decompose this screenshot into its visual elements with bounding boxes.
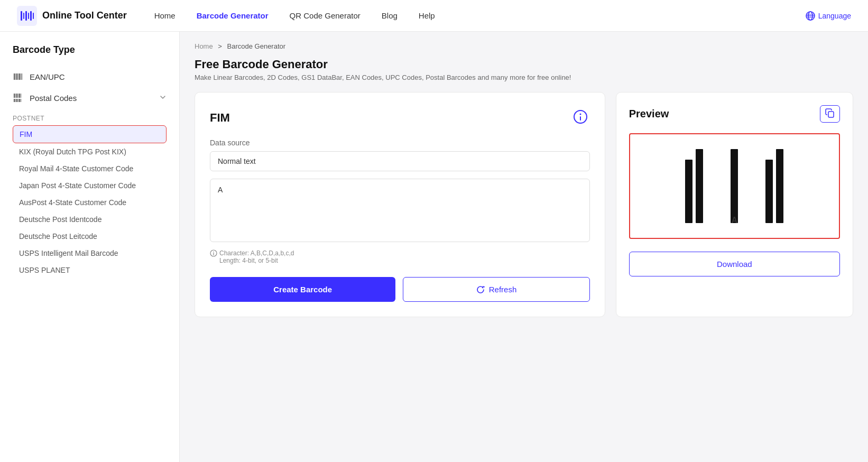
sidebar-item-ean-upc-label: EAN/UPC (30, 72, 65, 81)
left-panel: FIM Data source Normal text A (195, 92, 605, 317)
svg-rect-22 (15, 99, 16, 102)
breadcrumb: Home > Barcode Generator (195, 42, 853, 50)
svg-rect-15 (18, 73, 19, 80)
svg-rect-26 (18, 99, 19, 102)
bar-group-left (685, 149, 703, 223)
bar (776, 149, 783, 223)
svg-rect-36 (213, 253, 214, 255)
info-small-icon (210, 250, 217, 257)
copy-icon (825, 108, 835, 118)
language-label: Language (818, 12, 851, 20)
sidebar-item-ean-upc[interactable]: EAN/UPC (0, 66, 179, 87)
sidebar-sub-label: POSTNET (13, 113, 167, 125)
svg-rect-23 (16, 94, 17, 98)
logo[interactable]: Online Tool Center (17, 6, 127, 26)
svg-rect-19 (14, 94, 15, 98)
navbar: Online Tool Center Home Barcode Generato… (0, 0, 868, 32)
main-layout: Barcode Type EAN/UPC (0, 32, 868, 462)
svg-rect-13 (15, 73, 16, 80)
info-circle-icon (573, 109, 588, 124)
barcode-icon (13, 71, 23, 82)
svg-rect-17 (21, 73, 21, 80)
nav-home[interactable]: Home (152, 11, 178, 20)
data-source-select[interactable]: Normal text (210, 151, 590, 171)
refresh-label: Refresh (489, 285, 517, 294)
svg-rect-20 (14, 99, 15, 102)
sidebar-item-japan-post[interactable]: Japan Post 4-State Customer Code (13, 177, 167, 194)
left-panel-title: FIM (210, 111, 230, 125)
chevron-down-icon (159, 94, 167, 103)
bar (765, 160, 773, 223)
svg-point-35 (213, 252, 214, 253)
sidebar-item-fim[interactable]: FIM (13, 125, 167, 143)
breadcrumb-separator: > (218, 42, 222, 50)
refresh-icon (476, 285, 485, 294)
bar (685, 160, 692, 223)
language-selector[interactable]: Language (806, 11, 851, 21)
sidebar-item-usps-intelligent[interactable]: USPS Intelligent Mail Barcode (13, 245, 167, 262)
svg-rect-2 (23, 13, 24, 19)
content-area: Home > Barcode Generator Free Barcode Ge… (180, 32, 868, 462)
page-title: Free Barcode Generator (195, 58, 853, 71)
svg-rect-27 (19, 94, 20, 98)
right-panel: Preview (616, 92, 853, 317)
hint-line1: Character: A,B,C,D,a,b,c,d (219, 250, 294, 257)
svg-rect-30 (21, 99, 21, 102)
preview-box: A (629, 133, 840, 239)
svg-rect-33 (580, 116, 581, 121)
svg-rect-21 (15, 94, 16, 98)
left-panel-header: FIM (210, 107, 590, 128)
nav-barcode-generator[interactable]: Barcode Generator (195, 11, 271, 20)
svg-rect-4 (28, 13, 29, 19)
data-source-label: Data source (210, 138, 590, 147)
barcode-visual (685, 149, 783, 223)
hint-line2: Length: 4-bit, or 5-bit (219, 257, 294, 264)
sidebar-item-postal-codes[interactable]: Postal Codes (0, 87, 179, 108)
sidebar-item-deutsche-leitcode[interactable]: Deutsche Post Leitcode (13, 228, 167, 245)
globe-icon (806, 11, 815, 21)
logo-icon (17, 6, 37, 26)
svg-rect-5 (30, 11, 32, 21)
preview-title: Preview (629, 108, 669, 120)
field-hint: Character: A,B,C,D,a,b,c,d Length: 4-bit… (210, 250, 590, 264)
sidebar-item-auspost[interactable]: AusPost 4-State Customer Code (13, 194, 167, 211)
sidebar-item-royal-mail[interactable]: Royal Mail 4-State Customer Code (13, 160, 167, 177)
sidebar-sub-section: POSTNET FIM KIX (Royal Dutch TPG Post KI… (0, 108, 179, 281)
barcode-data-textarea[interactable]: A (210, 179, 590, 242)
svg-rect-14 (16, 73, 17, 80)
svg-rect-37 (828, 112, 834, 117)
bar-group-right (765, 149, 783, 223)
create-barcode-button[interactable]: Create Barcode (210, 277, 395, 302)
download-button[interactable]: Download (629, 252, 840, 276)
svg-rect-25 (18, 94, 19, 98)
sidebar-title: Barcode Type (0, 44, 179, 66)
action-row: Create Barcode Refresh (210, 277, 590, 302)
sidebar-item-usps-planet[interactable]: USPS PLANET (13, 262, 167, 279)
sidebar-item-deutsche-identcode[interactable]: Deutsche Post Identcode (13, 211, 167, 228)
sidebar-item-kix[interactable]: KIX (Royal Dutch TPG Post KIX) (13, 143, 167, 160)
page-subtitle: Make Linear Barcodes, 2D Codes, GS1 Data… (195, 73, 853, 81)
bar (696, 149, 703, 223)
svg-rect-28 (19, 99, 20, 102)
svg-rect-24 (16, 99, 17, 102)
bar (731, 149, 738, 223)
nav-help[interactable]: Help (417, 11, 437, 20)
refresh-button[interactable]: Refresh (403, 277, 589, 302)
svg-rect-18 (22, 73, 22, 80)
info-icon-button[interactable] (571, 107, 590, 128)
logo-text: Online Tool Center (42, 10, 127, 21)
nav-links: Home Barcode Generator QR Code Generator… (152, 11, 851, 21)
svg-rect-6 (33, 13, 34, 19)
svg-rect-3 (25, 11, 27, 21)
breadcrumb-home[interactable]: Home (195, 42, 213, 50)
sidebar-item-postal-label: Postal Codes (30, 94, 77, 103)
right-panel-header: Preview (629, 105, 840, 123)
nav-qr-code-generator[interactable]: QR Code Generator (288, 11, 363, 20)
nav-blog[interactable]: Blog (380, 11, 400, 20)
barcode-label: A (732, 216, 738, 225)
copy-button[interactable] (820, 105, 840, 123)
postal-barcode-icon (13, 93, 23, 103)
svg-rect-1 (21, 11, 22, 21)
sidebar: Barcode Type EAN/UPC (0, 32, 180, 462)
breadcrumb-current: Barcode Generator (227, 42, 286, 50)
